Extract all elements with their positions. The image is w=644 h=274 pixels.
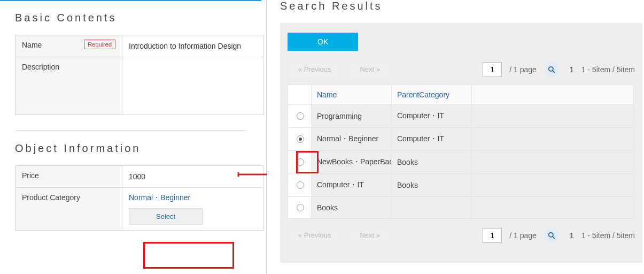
basic-contents-table: Name Required Description <box>15 35 263 115</box>
row-name: Computer・IT <box>312 174 392 197</box>
row-radio-cell <box>288 128 312 151</box>
pager-bottom: « Previous Next » / 1 page 1 1 - 5item /… <box>288 227 635 243</box>
row-radio[interactable] <box>297 112 304 120</box>
next-button-bottom[interactable]: Next » <box>349 227 391 243</box>
section-divider <box>15 130 246 131</box>
page-input-bottom[interactable] <box>483 228 502 243</box>
count-prefix-bottom: 1 <box>570 231 574 240</box>
name-label-cell: Name Required <box>15 35 122 57</box>
highlight-select <box>143 242 234 269</box>
row-name: Books <box>312 197 392 219</box>
required-tag: Required <box>84 40 115 49</box>
svg-line-4 <box>553 70 555 72</box>
row-radio[interactable] <box>297 135 304 143</box>
count-prefix: 1 <box>570 65 574 74</box>
price-label: Price <box>22 171 39 180</box>
results-container: OK « Previous Next » / 1 page 1 1 - 5ite… <box>280 23 642 263</box>
row-name: Normal・Beginner <box>312 128 392 151</box>
table-row: NewBooks・PaperBacksBooks <box>288 151 634 174</box>
price-label-cell: Price <box>15 166 122 188</box>
ok-button[interactable]: OK <box>288 33 358 51</box>
name-input-cell <box>122 35 263 57</box>
svg-point-3 <box>549 66 553 71</box>
category-label-cell: Product Category <box>15 188 122 231</box>
row-rest <box>472 128 634 151</box>
row-parent: Computer・IT <box>392 105 472 128</box>
results-table: Name ParentCategory ProgrammingComputer・… <box>288 85 634 219</box>
row-rest <box>472 105 634 128</box>
row-parent: Computer・IT <box>392 128 472 151</box>
row-parent: Books <box>392 174 472 197</box>
col-radio <box>288 85 312 105</box>
row-radio-cell <box>288 105 312 128</box>
category-value[interactable]: Normal・Beginner <box>129 193 190 202</box>
row-radio-cell <box>288 197 312 219</box>
table-row: ProgrammingComputer・IT <box>288 105 634 128</box>
description-textarea[interactable] <box>129 63 257 108</box>
row-parent <box>392 197 472 219</box>
description-label-cell: Description <box>15 57 122 115</box>
description-label: Description <box>22 63 59 71</box>
search-icon-bottom[interactable] <box>544 228 559 243</box>
col-rest <box>472 85 634 105</box>
search-icon[interactable] <box>544 62 559 77</box>
row-parent: Books <box>392 151 472 174</box>
count-text-bottom: 1 - 5item / 5item <box>581 231 635 240</box>
section-object-title: Object Information <box>15 142 261 155</box>
category-value-cell: Normal・Beginner Select <box>122 188 263 231</box>
table-row: Books <box>288 197 634 219</box>
name-label: Name <box>22 41 42 49</box>
accent-bar <box>0 0 261 1</box>
select-button[interactable]: Select <box>129 208 203 225</box>
description-input-cell <box>122 57 263 115</box>
page-total: / 1 page <box>509 65 537 74</box>
section-basic-title: Basic Contents <box>15 12 261 24</box>
next-button[interactable]: Next » <box>349 62 391 77</box>
row-rest <box>472 151 634 174</box>
layout: Basic Contents Name Required Description <box>0 0 644 274</box>
col-parent-header[interactable]: ParentCategory <box>392 85 472 105</box>
table-row: Normal・BeginnerComputer・IT <box>288 128 634 151</box>
price-input[interactable] <box>129 171 257 182</box>
svg-point-5 <box>549 232 553 237</box>
pager-top: « Previous Next » / 1 page 1 1 - 5item /… <box>288 62 635 77</box>
name-input[interactable] <box>129 41 257 51</box>
row-radio-cell <box>288 174 312 197</box>
svg-line-6 <box>553 236 555 238</box>
previous-button-bottom[interactable]: « Previous <box>288 227 342 243</box>
count-text: 1 - 5item / 5item <box>581 65 635 74</box>
row-radio[interactable] <box>297 158 304 166</box>
row-rest <box>472 174 634 197</box>
col-name-header[interactable]: Name <box>312 85 392 105</box>
right-panel: Search Results OK « Previous Next » / 1 … <box>267 0 644 274</box>
object-info-table: Price Product Category Normal・Beginner S… <box>15 165 263 231</box>
search-results-title: Search Results <box>280 0 644 12</box>
price-input-cell <box>122 166 263 188</box>
row-rest <box>472 197 634 219</box>
row-radio[interactable] <box>297 181 304 189</box>
row-name: NewBooks・PaperBacks <box>312 151 392 174</box>
table-row: Computer・ITBooks <box>288 174 634 197</box>
previous-button[interactable]: « Previous <box>288 62 342 77</box>
row-name: Programming <box>312 105 392 128</box>
page-total-bottom: / 1 page <box>509 231 537 240</box>
category-label: Product Category <box>22 193 80 202</box>
page-input[interactable] <box>483 62 502 77</box>
row-radio-cell <box>288 151 312 174</box>
row-radio[interactable] <box>297 204 304 211</box>
left-panel: Basic Contents Name Required Description <box>0 0 267 274</box>
